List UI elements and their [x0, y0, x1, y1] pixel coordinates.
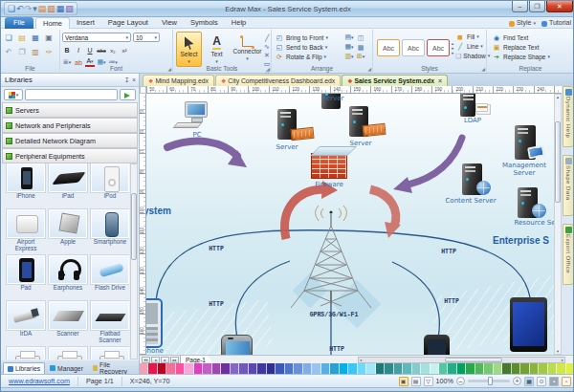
- color-swatch[interactable]: [294, 363, 302, 374]
- fit-page-button[interactable]: ▦: [524, 377, 534, 386]
- pan-button[interactable]: ▪: [549, 377, 559, 386]
- color-swatch[interactable]: [239, 363, 248, 374]
- style-menu[interactable]: Style ▾: [509, 19, 536, 26]
- shape-partial[interactable]: [6, 347, 46, 359]
- color-swatch[interactable]: [276, 363, 284, 374]
- shape-flash-drive[interactable]: Flash Drive: [90, 255, 129, 297]
- color-swatch[interactable]: [231, 363, 239, 374]
- distribute-icon[interactable]: ◫: [356, 33, 365, 42]
- side-tab-dynamic-help[interactable]: Dynamic Help: [563, 86, 574, 147]
- close-button[interactable]: ✕: [546, 1, 573, 12]
- replace-shape-button[interactable]: Replace Shape: [503, 54, 545, 60]
- black-phone-node[interactable]: [424, 335, 450, 355]
- last-page-button[interactable]: ▸▸: [170, 357, 179, 363]
- menu-tab-page-layout[interactable]: Page Layout: [101, 17, 155, 29]
- close-icon[interactable]: ×: [132, 76, 136, 83]
- lock-icon[interactable]: ⊞▾: [356, 52, 365, 61]
- file-tab[interactable]: File: [5, 17, 33, 29]
- connector-tool-button[interactable]: Connector▾: [232, 32, 263, 67]
- side-tab-shape-data[interactable]: Shape Data: [563, 155, 574, 216]
- color-swatch[interactable]: [376, 363, 385, 374]
- bold-button[interactable]: B: [62, 46, 72, 55]
- color-swatch[interactable]: [348, 363, 357, 374]
- library-group-peripheral-equipments[interactable]: Peripheral Equipments: [2, 148, 138, 163]
- select-tool-button[interactable]: Select▾: [176, 32, 202, 67]
- shape-partial[interactable]: [90, 347, 129, 359]
- doc-tab-city-competitiveness-dashboard-edx[interactable]: ❖City Competitiveness Dashboard.edx: [215, 75, 341, 86]
- scrollbar-thumb[interactable]: [445, 358, 502, 362]
- library-group-network-and-peripherals[interactable]: Network and Peripherals: [2, 118, 138, 133]
- doc-tab-mind-mapping-edx[interactable]: ❖Mind Mapping.edx: [143, 75, 214, 86]
- color-swatch[interactable]: [448, 363, 456, 374]
- panel-tab-file-recovery[interactable]: File Recovery: [88, 362, 139, 374]
- pc-node[interactable]: [175, 101, 219, 130]
- full-screen-button[interactable]: ▫: [562, 377, 571, 386]
- tutorial-menu[interactable]: Tutorial: [541, 19, 571, 26]
- color-swatch[interactable]: [249, 363, 257, 374]
- next-page-button[interactable]: ▸: [161, 357, 169, 363]
- color-swatch[interactable]: [412, 363, 421, 374]
- delete-shape-icon[interactable]: ✕: [262, 51, 272, 59]
- panel-tab-libraries[interactable]: Libraries: [3, 362, 45, 374]
- print-preview-button[interactable]: ▽: [424, 377, 433, 386]
- shape-flatbad-scanner[interactable]: Flatbad Scanner: [90, 301, 129, 343]
- style-swatch-3[interactable]: Abc: [427, 39, 450, 56]
- color-swatch[interactable]: [557, 363, 565, 374]
- side-tab-export-office[interactable]: Export Office: [563, 224, 574, 285]
- shape-ipod[interactable]: iPod: [90, 163, 129, 206]
- panel-tab-manager[interactable]: Manager: [45, 362, 88, 374]
- server-node-1[interactable]: [277, 109, 316, 143]
- shadow-button[interactable]: Shadow: [463, 53, 486, 59]
- prev-page-button[interactable]: ◂: [151, 357, 160, 363]
- color-swatch[interactable]: [285, 363, 294, 374]
- color-swatch[interactable]: [394, 363, 403, 374]
- color-swatch[interactable]: [148, 363, 157, 374]
- menu-tab-symbols[interactable]: Symbols: [184, 17, 225, 29]
- undo-icon[interactable]: ↶: [3, 47, 14, 57]
- rotate-flip-button[interactable]: Rotate & Flip: [286, 54, 322, 60]
- color-swatch[interactable]: [484, 363, 493, 374]
- print-icon[interactable]: ▣: [43, 33, 55, 43]
- format-painter-icon[interactable]: ✑: [43, 47, 55, 57]
- menu-tab-view[interactable]: View: [155, 17, 184, 29]
- smartphone-node[interactable]: [221, 335, 253, 355]
- line-button[interactable]: Line: [467, 43, 478, 50]
- library-scrollbar[interactable]: [130, 163, 138, 359]
- font-dialog-launcher[interactable]: ◢: [167, 66, 171, 72]
- zoom-slider-thumb[interactable]: [488, 377, 493, 385]
- management-server-node[interactable]: [515, 125, 553, 162]
- layer-icon[interactable]: ▥▾: [344, 52, 354, 61]
- shape-pad[interactable]: Pad: [6, 255, 46, 297]
- shape-scanner[interactable]: Scanner: [48, 301, 88, 343]
- shape-ipad[interactable]: iPad: [48, 163, 88, 206]
- drawing-canvas[interactable]: PC Server Server Server Fireware LDAP Ma…: [146, 94, 554, 355]
- search-go-button[interactable]: [120, 89, 136, 100]
- content-server-node[interactable]: [462, 163, 500, 197]
- text-tool-button[interactable]: A Text▾: [204, 32, 230, 67]
- menu-tab-help[interactable]: Help: [225, 17, 253, 29]
- color-swatch[interactable]: [321, 363, 330, 374]
- copy-icon[interactable]: ❐: [16, 47, 28, 57]
- color-swatch[interactable]: [330, 363, 339, 374]
- color-swatch[interactable]: [539, 363, 547, 374]
- color-swatch[interactable]: [267, 363, 276, 374]
- scrollbar-thumb[interactable]: [555, 121, 561, 203]
- pin-icon[interactable]: ↧: [124, 76, 130, 83]
- resource-server-node[interactable]: [518, 187, 554, 220]
- zoom-slider[interactable]: [468, 380, 510, 382]
- slider-phone-node[interactable]: [146, 298, 163, 348]
- open-folder-icon[interactable]: ▤: [16, 33, 28, 43]
- italic-button[interactable]: I: [74, 46, 83, 55]
- shape-partial[interactable]: [48, 347, 88, 359]
- color-swatch[interactable]: [176, 363, 185, 374]
- library-filter-button[interactable]: ▾: [4, 89, 23, 100]
- first-page-button[interactable]: ⏴⏴: [142, 357, 150, 363]
- shape-airport-express[interactable]: Airport Express: [6, 209, 46, 251]
- color-swatch[interactable]: [358, 363, 366, 374]
- color-swatch[interactable]: [340, 363, 348, 374]
- underline-button[interactable]: U: [85, 46, 95, 55]
- normal-view-button[interactable]: ▣: [399, 377, 408, 386]
- align-icon[interactable]: ▤▾: [344, 33, 354, 42]
- find-text-button[interactable]: Find Text: [503, 34, 528, 41]
- shape-smartphone[interactable]: Smartphone: [90, 209, 129, 251]
